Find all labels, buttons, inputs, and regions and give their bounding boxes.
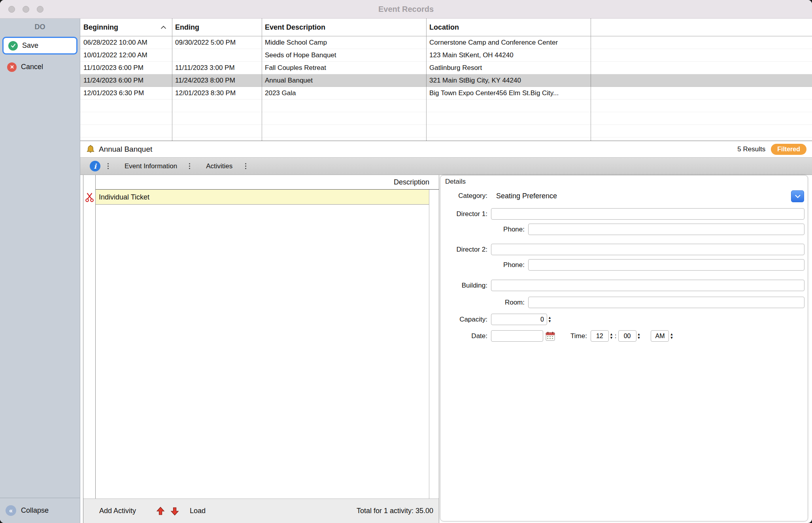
save-button[interactable]: Save <box>2 37 77 55</box>
cancel-button-label: Cancel <box>21 63 43 71</box>
activities-panel: Description Individual Ticket Add Activi… <box>83 175 439 523</box>
chevron-down-icon[interactable] <box>791 190 804 202</box>
date-label: Date: <box>440 332 491 340</box>
activities-total: Total for 1 activity: 35.00 <box>357 507 433 515</box>
column-header-ending[interactable]: Ending <box>172 23 262 32</box>
time-hour-input[interactable] <box>591 330 609 342</box>
capacity-label: Capacity: <box>440 316 491 324</box>
selected-event-name: Annual Banquet <box>99 145 152 154</box>
column-header-description[interactable]: Event Description <box>262 23 426 32</box>
category-value: Seating Preference <box>496 192 557 200</box>
column-divider <box>262 19 262 141</box>
sidebar-header: DO <box>0 19 80 35</box>
double-chevron-left-icon: « <box>6 505 16 516</box>
sidebar: DO Save Cancel « Collapse <box>0 19 80 523</box>
capacity-stepper[interactable]: ▲▼ <box>548 316 551 323</box>
column-header-beginning[interactable]: Beginning <box>80 23 172 32</box>
table-row-empty <box>80 112 812 125</box>
save-button-label: Save <box>22 41 38 50</box>
building-label: Building: <box>440 282 491 290</box>
building-input[interactable] <box>491 280 804 291</box>
table-row-empty <box>80 100 812 112</box>
date-input[interactable] <box>491 330 543 342</box>
red-arrow-up-icon[interactable] <box>156 506 165 516</box>
events-table: Beginning Ending Event Description Locat… <box>80 19 812 141</box>
details-title: Details <box>445 178 466 186</box>
time-minute-input[interactable] <box>618 330 636 342</box>
filtered-badge[interactable]: Filtered <box>771 144 806 155</box>
details-panel: Details Category: Seating Preference Dir… <box>440 175 808 521</box>
info-circle-icon[interactable]: i <box>90 161 100 171</box>
add-activity-button[interactable]: Add Activity <box>96 505 139 517</box>
table-row[interactable]: 10/01/2022 12:00 AM Seeds of Hope Banque… <box>80 49 812 62</box>
capacity-input[interactable] <box>491 314 547 325</box>
director1-input[interactable] <box>491 208 804 220</box>
scrollbar-track[interactable] <box>429 190 439 499</box>
column-divider <box>591 19 591 141</box>
red-arrow-down-icon[interactable] <box>170 506 179 516</box>
phone1-label: Phone: <box>440 226 528 233</box>
event-records-window: Event Records DO Save Cancel « Collapse <box>0 0 812 523</box>
calendar-icon[interactable] <box>545 331 555 341</box>
phone2-input[interactable] <box>528 259 804 271</box>
tab-bar: i Event Information Activities <box>80 157 812 175</box>
director1-label: Director 1: <box>440 210 491 218</box>
phone2-label: Phone: <box>440 261 528 269</box>
bell-icon <box>86 145 95 154</box>
time-separator: : <box>615 332 617 340</box>
time-meridiem-input[interactable] <box>651 330 669 342</box>
activity-list: Individual Ticket <box>96 190 429 499</box>
check-circle-icon <box>8 41 18 51</box>
category-label: Category: <box>440 192 491 200</box>
drag-handle-icon[interactable] <box>245 163 246 169</box>
screen: Event Records DO Save Cancel « Collapse <box>0 0 812 523</box>
column-divider <box>172 19 172 141</box>
minute-stepper[interactable]: ▲▼ <box>637 333 641 340</box>
activities-footer: Add Activity Load Total for 1 activity: … <box>83 499 439 523</box>
table-header-row: Beginning Ending Event Description Locat… <box>80 19 812 36</box>
activity-gutter <box>83 175 96 499</box>
table-row-selected[interactable]: 11/24/2023 6:00 PM 11/24/2023 8:00 PM An… <box>80 74 812 87</box>
table-row[interactable]: 12/01/2023 6:30 PM 12/01/2023 8:30 PM 20… <box>80 87 812 100</box>
director2-input[interactable] <box>491 244 804 255</box>
column-divider <box>426 19 427 141</box>
summary-bar: Annual Banquet 5 Results Filtered <box>80 141 812 157</box>
tab-activities[interactable]: Activities <box>206 162 232 170</box>
table-row[interactable]: 11/10/2023 6:00 PM 11/11/2023 3:00 PM Fa… <box>80 62 812 74</box>
chevron-up-icon <box>161 26 166 29</box>
table-row-empty <box>80 125 812 137</box>
director2-label: Director 2: <box>440 246 491 254</box>
tab-event-information[interactable]: Event Information <box>125 162 177 170</box>
cancel-button[interactable]: Cancel <box>2 58 77 76</box>
room-input[interactable] <box>528 297 804 308</box>
description-column-header: Description <box>96 175 439 190</box>
table-row[interactable]: 06/28/2022 10:00 AM 09/30/2022 5:00 PM M… <box>80 36 812 49</box>
drag-handle-icon[interactable] <box>108 163 109 169</box>
title-bar: Event Records <box>0 0 812 19</box>
scissors-icon[interactable] <box>85 192 94 204</box>
activity-row[interactable]: Individual Ticket <box>96 190 429 205</box>
collapse-button[interactable]: « Collapse <box>0 498 80 523</box>
collapse-label: Collapse <box>21 506 49 515</box>
room-label: Room: <box>440 299 528 307</box>
x-circle-icon <box>7 62 17 72</box>
load-button[interactable]: Load <box>187 505 209 517</box>
time-label: Time: <box>570 332 587 340</box>
column-header-location[interactable]: Location <box>426 23 591 32</box>
meridiem-stepper[interactable]: ▲▼ <box>670 333 673 340</box>
window-title: Event Records <box>0 0 812 19</box>
results-count: 5 Results <box>737 145 765 153</box>
hour-stepper[interactable]: ▲▼ <box>610 333 613 340</box>
drag-handle-icon[interactable] <box>189 163 190 169</box>
phone1-input[interactable] <box>528 224 804 235</box>
